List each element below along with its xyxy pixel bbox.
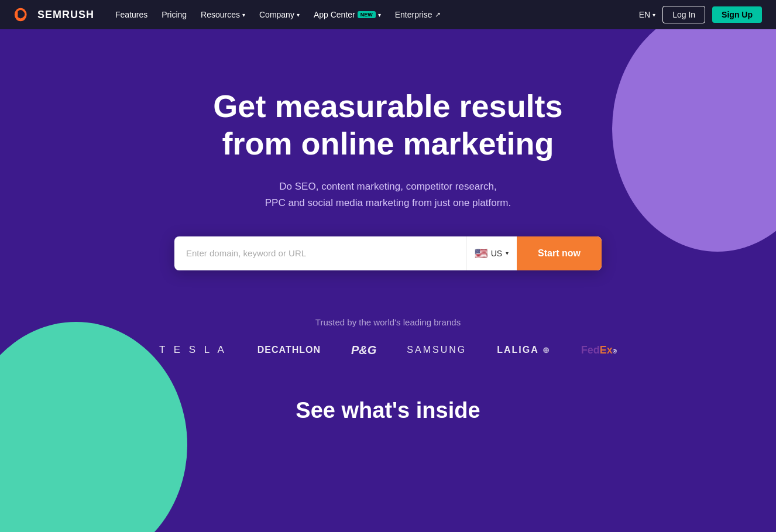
hero-title: Get measurable results from online marke…	[166, 88, 610, 162]
chevron-down-icon: ▾	[506, 250, 509, 256]
language-selector[interactable]: EN ▾	[639, 10, 655, 19]
hero-subtitle: Do SEO, content marketing, competitor re…	[166, 179, 610, 210]
nav-company[interactable]: Company ▾	[259, 10, 300, 19]
brand-pg: P&G	[351, 344, 376, 357]
us-flag-icon: 🇺🇸	[475, 247, 487, 260]
new-badge: new	[358, 11, 376, 18]
semrush-logo-text: SEMRUSH	[37, 9, 94, 21]
brand-samsung: SAMSUNG	[407, 345, 466, 355]
logo[interactable]: SEMRUSH	[14, 8, 94, 22]
chevron-down-icon: ▾	[653, 12, 655, 18]
nav-right: EN ▾ Log In Sign Up	[639, 6, 762, 23]
search-input[interactable]	[174, 236, 466, 270]
signup-button[interactable]: Sign Up	[712, 6, 762, 23]
semrush-logo-icon	[14, 8, 33, 22]
country-selector[interactable]: 🇺🇸 US ▾	[466, 236, 517, 270]
trusted-label: Trusted by the world's leading brands	[0, 317, 776, 327]
brand-decathlon: DECATHLON	[257, 345, 321, 355]
trusted-section: Trusted by the world's leading brands T …	[0, 317, 776, 357]
chevron-down-icon: ▾	[378, 12, 381, 18]
nav-links: Features Pricing Resources ▾ Company ▾ A…	[115, 10, 623, 19]
brand-tesla: T E S L A	[159, 344, 227, 356]
brand-laliga: LALIGA ⊕	[497, 345, 550, 355]
chevron-down-icon: ▾	[242, 12, 245, 18]
brand-fedex: FedEx®	[581, 344, 617, 356]
search-bar: 🇺🇸 US ▾ Start now	[174, 236, 602, 270]
brands-row: T E S L A DECATHLON P&G SAMSUNG LALIGA ⊕…	[0, 344, 776, 357]
see-inside-heading: See what's inside	[296, 398, 480, 423]
hero-section: Get measurable results from online marke…	[0, 29, 776, 532]
chevron-down-icon: ▾	[297, 12, 300, 18]
hero-content: Get measurable results from online marke…	[166, 29, 610, 270]
nav-pricing[interactable]: Pricing	[162, 10, 187, 19]
start-now-button[interactable]: Start now	[517, 236, 602, 270]
nav-app-center[interactable]: App Center new ▾	[314, 10, 381, 19]
external-link-icon: ↗	[435, 11, 441, 19]
login-button[interactable]: Log In	[662, 6, 705, 23]
nav-enterprise[interactable]: Enterprise ↗	[395, 10, 441, 19]
nav-resources[interactable]: Resources ▾	[201, 10, 245, 19]
nav-features[interactable]: Features	[115, 10, 147, 19]
navbar: SEMRUSH Features Pricing Resources ▾ Com…	[0, 0, 776, 29]
decorative-circle-right	[612, 29, 776, 252]
